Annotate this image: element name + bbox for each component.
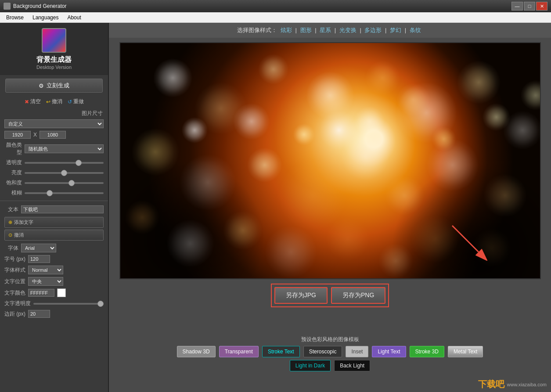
template-metal-text[interactable]: Metal Text <box>448 346 483 357</box>
save-jpg-button[interactable]: 另存为JPG <box>274 287 328 304</box>
margin-row: 边距 (px) <box>0 309 108 319</box>
width-input[interactable] <box>4 131 31 139</box>
menu-languages[interactable]: Languages <box>28 14 63 22</box>
text-color-label: 文字颜色 <box>4 289 25 297</box>
clear-icon: ✖ <box>25 99 29 105</box>
text-position-row: 文字位置 中央 左上 右上 左下 右下 <box>0 276 108 287</box>
style-link-2[interactable]: 星系 <box>320 27 331 33</box>
size-preset-select[interactable]: 自定义 1920x1080 1280x720 <box>4 119 104 128</box>
margin-input[interactable] <box>28 310 50 318</box>
brightness-slider-row: 亮度 <box>0 168 108 178</box>
template-stroke3d[interactable]: Stroke 3D <box>410 346 444 357</box>
font-label: 字体 <box>4 245 18 252</box>
text-color-input[interactable] <box>28 289 54 297</box>
template-light-text[interactable]: Light Text <box>372 346 406 357</box>
clear-button[interactable]: ✖ 清空 <box>25 98 41 105</box>
sidebar-header: 背景生成器 Desktop Version <box>0 23 108 75</box>
brightness-label: 亮度 <box>4 169 22 176</box>
maximize-button[interactable]: □ <box>524 2 535 11</box>
cancel-label: 撤消 <box>14 232 24 238</box>
redo-label: 重做 <box>73 98 84 105</box>
style-separator: | <box>315 27 316 33</box>
style-link-1[interactable]: 图形 <box>300 27 312 33</box>
height-input[interactable] <box>40 131 66 139</box>
save-buttons-row: 另存为JPG 另存为PNG <box>266 279 394 312</box>
opacity-slider[interactable] <box>25 162 104 164</box>
text-input-row: 文本 <box>4 205 104 213</box>
title-bar: Background Generator — □ ✕ <box>0 0 551 12</box>
opacity-label: 透明度 <box>4 159 22 166</box>
template-back-light[interactable]: Back Light <box>334 360 370 371</box>
font-family-select[interactable]: Arial Times New Roman Courier New <box>21 244 56 252</box>
redo-button[interactable]: ↺ 重做 <box>68 98 84 105</box>
sidebar: 背景生成器 Desktop Version ⚙ 立刻生成 ✖ 清空 ↩ 撤消 ↺… <box>0 23 109 392</box>
size-dimensions-row: X <box>0 129 108 140</box>
templates-section: 预设色彩风格的图像模板 Shadow 3D Transparent Stroke… <box>109 333 551 377</box>
close-button[interactable]: ✕ <box>536 2 547 11</box>
size-section-label: 图片尺寸 <box>0 107 108 118</box>
clear-label: 清空 <box>30 98 41 105</box>
text-opacity-label: 文字透明度 <box>4 300 31 307</box>
brightness-slider[interactable] <box>25 172 104 174</box>
menu-browse[interactable]: Browse <box>2 14 28 22</box>
template-inset[interactable]: Inset <box>346 346 368 357</box>
undo-button[interactable]: ↩ 撤消 <box>46 98 62 105</box>
template-transparent[interactable]: Transparent <box>219 346 259 357</box>
style-link-0[interactable]: 炫彩 <box>281 27 292 33</box>
menu-about[interactable]: About <box>63 14 85 22</box>
saturation-slider[interactable] <box>25 182 104 184</box>
font-size-label: 字号 (px) <box>4 255 25 263</box>
x-separator: X <box>33 132 37 138</box>
close-icon: ✕ <box>540 4 544 9</box>
templates-row-2: Light in Dark Back Light <box>114 360 546 371</box>
text-opacity-row: 文字透明度 <box>0 298 108 309</box>
template-steroscopic[interactable]: Steroscopic <box>303 346 342 357</box>
text-opacity-slider[interactable] <box>33 303 104 305</box>
save-png-button[interactable]: 另存为PNG <box>331 287 385 304</box>
watermark-logo: 下载吧 <box>478 378 504 390</box>
style-link-5[interactable]: 梦幻 <box>390 27 401 33</box>
style-link-4[interactable]: 多边形 <box>364 27 382 33</box>
template-stroke-text[interactable]: Stroke Text <box>262 346 300 357</box>
action-row: ✖ 清空 ↩ 撤消 ↺ 重做 <box>0 96 108 107</box>
saturation-slider-row: 饱和度 <box>0 178 108 188</box>
text-content-input[interactable] <box>21 205 104 213</box>
template-light-in-dark[interactable]: Light in Dark <box>290 360 331 371</box>
style-separator: | <box>385 27 386 33</box>
opacity-slider-row: 透明度 <box>0 158 108 168</box>
color-swatch[interactable] <box>57 288 66 297</box>
font-family-row: 字体 Arial Times New Roman Courier New <box>0 242 108 254</box>
style-link-3[interactable]: 光变换 <box>339 27 357 33</box>
font-size-input[interactable] <box>28 255 50 263</box>
minimize-button[interactable]: — <box>511 2 523 11</box>
template-shadow3d[interactable]: Shadow 3D <box>177 346 216 357</box>
save-buttons-wrapper: 另存为JPG 另存为PNG <box>271 284 389 307</box>
color-type-label: 颜色类型 <box>4 141 22 156</box>
app-title-en: Desktop Version <box>36 65 72 70</box>
text-position-select[interactable]: 中央 左上 右上 左下 右下 <box>28 277 63 286</box>
generate-button[interactable]: ⚙ 立刻生成 <box>5 79 103 93</box>
style-separator: | <box>405 27 406 33</box>
font-style-label: 字体样式 <box>4 266 25 274</box>
text-label: 文本 <box>4 206 18 213</box>
minimize-icon: — <box>515 4 520 9</box>
blur-slider[interactable] <box>25 192 104 194</box>
window-title: Background Generator <box>13 3 511 9</box>
cancel-text-button[interactable]: ⊙ 撤消 <box>4 230 104 241</box>
watermark-url: www.xiazaiba.com <box>507 382 547 387</box>
color-type-select[interactable]: 随机颜色 单色 渐变色 <box>25 144 104 153</box>
style-separator: | <box>360 27 361 33</box>
blur-slider-row: 模糊 <box>0 188 108 198</box>
text-position-label: 文字位置 <box>4 278 25 285</box>
preview-image <box>119 42 541 279</box>
color-type-row: 颜色类型 随机颜色 单色 渐变色 <box>0 140 108 158</box>
font-style-select[interactable]: Normal Bold Italic <box>28 266 63 274</box>
add-text-button[interactable]: ⊕ 添加文字 <box>4 217 104 228</box>
style-separator: | <box>335 27 336 33</box>
margin-label: 边距 (px) <box>4 310 25 318</box>
undo-label: 撤消 <box>52 98 62 105</box>
style-link-6[interactable]: 条纹 <box>410 27 421 33</box>
main-layout: 背景生成器 Desktop Version ⚙ 立刻生成 ✖ 清空 ↩ 撤消 ↺… <box>0 23 551 392</box>
add-text-label: 添加文字 <box>14 219 33 226</box>
templates-title: 预设色彩风格的图像模板 <box>114 336 546 343</box>
